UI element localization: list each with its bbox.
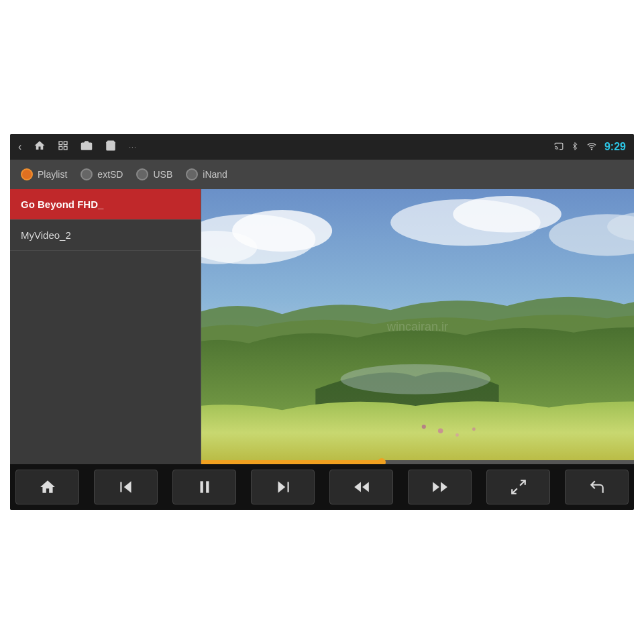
svg-marker-27 bbox=[354, 482, 361, 492]
video-progress-fill bbox=[201, 460, 383, 464]
svg-marker-29 bbox=[441, 482, 447, 492]
svg-point-4 bbox=[85, 144, 89, 148]
svg-point-20 bbox=[341, 364, 491, 394]
prev-button[interactable] bbox=[94, 470, 158, 504]
playlist-label: Playlist bbox=[38, 169, 67, 180]
svg-marker-30 bbox=[433, 482, 439, 492]
svg-line-32 bbox=[512, 488, 517, 494]
playlist-item-2[interactable]: MyVideo_2 bbox=[10, 220, 201, 251]
source-tab-usb[interactable]: USB bbox=[136, 168, 172, 180]
bluetooth-icon bbox=[571, 141, 579, 154]
usb-label: USB bbox=[153, 169, 172, 180]
video-player[interactable]: wincairan.ir bbox=[201, 189, 634, 464]
main-content: Go Beyond FHD_ MyVideo_2 bbox=[10, 189, 634, 464]
device-frame: ‹ ··· bbox=[0, 0, 644, 644]
playlist-sidebar: Go Beyond FHD_ MyVideo_2 bbox=[10, 189, 201, 464]
back-nav-icon[interactable]: ‹ bbox=[18, 141, 21, 153]
svg-rect-2 bbox=[59, 146, 62, 150]
nav-icons: ‹ ··· bbox=[18, 140, 553, 154]
svg-rect-3 bbox=[64, 146, 68, 150]
status-bar: ‹ ··· bbox=[10, 134, 634, 160]
svg-rect-1 bbox=[64, 142, 68, 145]
camera-nav-icon[interactable] bbox=[80, 140, 93, 154]
fastforward-button[interactable] bbox=[408, 470, 472, 504]
dots-nav: ··· bbox=[129, 144, 136, 151]
wifi-icon bbox=[586, 142, 598, 153]
usb-dot bbox=[136, 168, 148, 180]
inand-label: iNand bbox=[203, 169, 227, 180]
control-bar bbox=[10, 464, 634, 510]
home-nav-icon[interactable] bbox=[34, 140, 46, 154]
back-button[interactable] bbox=[565, 470, 629, 504]
svg-line-31 bbox=[520, 480, 525, 486]
svg-marker-25 bbox=[278, 481, 285, 492]
clock: 9:29 bbox=[604, 141, 626, 153]
svg-point-18 bbox=[422, 425, 426, 429]
video-area: wincairan.ir bbox=[201, 189, 634, 464]
svg-point-7 bbox=[591, 149, 592, 150]
cast-icon bbox=[553, 142, 564, 153]
svg-point-17 bbox=[455, 433, 459, 437]
svg-marker-28 bbox=[362, 482, 369, 492]
recents-nav-icon[interactable] bbox=[58, 140, 68, 154]
source-tab-inand[interactable]: iNand bbox=[186, 168, 227, 180]
playlist-dot bbox=[21, 168, 33, 180]
source-tab-playlist[interactable]: Playlist bbox=[21, 168, 67, 180]
status-right: 9:29 bbox=[553, 141, 626, 154]
inand-dot bbox=[186, 168, 198, 180]
source-tab-extsd[interactable]: extSD bbox=[80, 168, 123, 180]
svg-rect-23 bbox=[200, 481, 203, 492]
fullscreen-button[interactable] bbox=[486, 470, 550, 504]
svg-point-13 bbox=[453, 196, 561, 233]
home-button[interactable] bbox=[15, 470, 79, 504]
video-progress-bar[interactable] bbox=[201, 460, 634, 464]
extsd-dot bbox=[80, 168, 93, 180]
extsd-label: extSD bbox=[97, 169, 123, 180]
next-button[interactable] bbox=[251, 470, 315, 504]
bag-nav-icon[interactable] bbox=[105, 140, 117, 154]
source-bar: Playlist extSD USB iNand bbox=[10, 160, 634, 189]
playlist-item-1[interactable]: Go Beyond FHD_ bbox=[10, 189, 201, 220]
pause-button[interactable] bbox=[172, 470, 236, 504]
svg-rect-24 bbox=[206, 481, 209, 492]
svg-point-19 bbox=[472, 427, 476, 431]
svg-rect-0 bbox=[59, 142, 62, 145]
screen: ‹ ··· bbox=[10, 134, 634, 510]
svg-marker-21 bbox=[123, 481, 131, 492]
svg-point-16 bbox=[438, 429, 443, 433]
rewind-button[interactable] bbox=[329, 470, 393, 504]
